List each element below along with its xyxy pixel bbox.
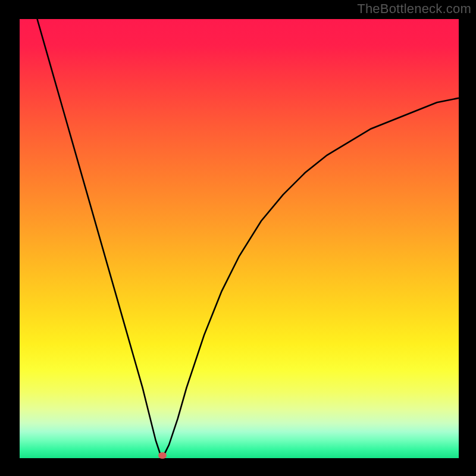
chart-frame: TheBottleneck.com: [0, 0, 476, 476]
bottleneck-curve: [20, 19, 459, 458]
watermark-text: TheBottleneck.com: [357, 1, 471, 17]
curve-path: [37, 19, 459, 454]
